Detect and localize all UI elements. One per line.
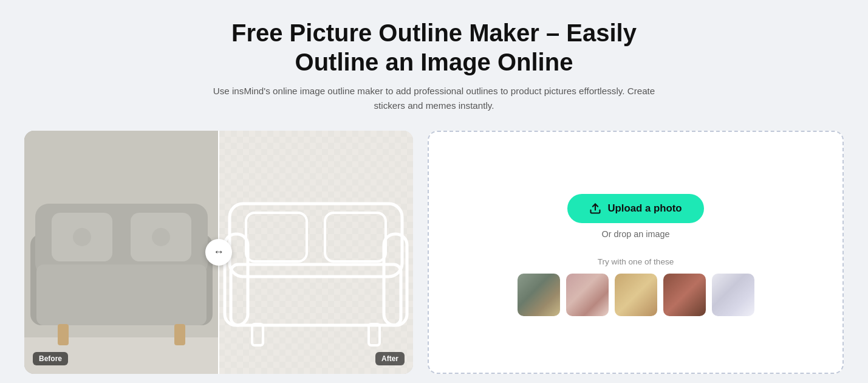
preview-panel: ↔ Before After [24, 131, 413, 374]
page-header: Free Picture Outline Maker – Easily Outl… [203, 18, 665, 131]
before-label: Before [33, 352, 68, 365]
page-description: Use insMind's online image outline maker… [203, 84, 665, 114]
page-title: Free Picture Outline Maker – Easily Outl… [203, 18, 665, 77]
resize-icon: ↔ [213, 246, 224, 258]
drag-handle[interactable]: ↔ [205, 239, 232, 266]
try-section: Try with one of these [441, 257, 830, 316]
upload-button-label: Upload a photo [607, 202, 682, 215]
upload-button[interactable]: Upload a photo [567, 194, 703, 223]
svg-rect-10 [58, 324, 69, 345]
sample-thumb-2[interactable] [566, 274, 609, 316]
drop-text: Or drop an image [602, 229, 670, 239]
svg-point-9 [152, 228, 170, 246]
sample-thumb-4[interactable] [663, 274, 706, 316]
upload-area: Upload a photo Or drop an image [567, 194, 703, 239]
sample-images [441, 274, 830, 316]
sample-thumb-1[interactable] [518, 274, 560, 316]
upload-panel[interactable]: Upload a photo Or drop an image Try with… [428, 131, 844, 374]
after-image [219, 131, 413, 374]
svg-rect-5 [36, 264, 207, 325]
upload-icon [589, 202, 601, 215]
after-label: After [375, 352, 405, 365]
try-label: Try with one of these [441, 257, 830, 266]
sample-thumb-5[interactable] [712, 274, 754, 316]
before-image [24, 131, 219, 374]
sample-thumb-3[interactable] [615, 274, 657, 316]
svg-rect-11 [174, 324, 185, 345]
svg-point-7 [73, 228, 91, 246]
main-content: ↔ Before After Upload a photo Or drop an… [24, 131, 844, 374]
